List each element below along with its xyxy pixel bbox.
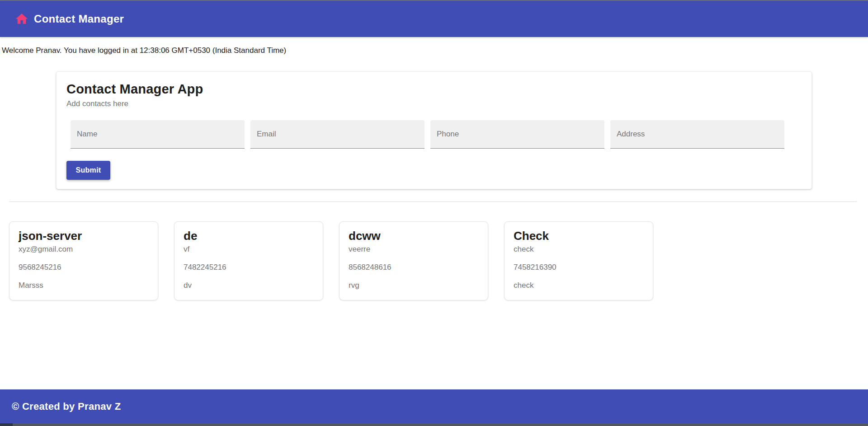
contact-form-card: Contact Manager App Add contacts here Su… [56, 71, 812, 189]
section-divider [9, 201, 857, 202]
contact-address: check [514, 280, 644, 291]
footer-text: © Created by Pranav Z [12, 401, 121, 412]
contact-email: vf [184, 244, 314, 255]
contact-phone: 7458216390 [514, 262, 644, 273]
contact-card: dcww veerre 8568248616 rvg [339, 221, 488, 300]
form-title: Contact Manager App [66, 82, 801, 97]
contact-email: check [514, 244, 644, 255]
contacts-grid: json-server xyz@gmail.com 9568245216 Mar… [9, 221, 868, 300]
contact-card: json-server xyz@gmail.com 9568245216 Mar… [9, 221, 158, 300]
contact-email: xyz@gmail.com [19, 244, 149, 255]
contact-address: rvg [349, 280, 479, 291]
contact-name: de [184, 229, 314, 243]
app-footer: © Created by Pranav Z [0, 389, 868, 423]
home-icon[interactable] [14, 12, 29, 26]
contact-phone: 9568245216 [19, 262, 149, 273]
text-field [610, 120, 784, 149]
text-field [71, 120, 245, 149]
contact-phone: 8568248616 [349, 262, 479, 273]
contact-name: json-server [19, 229, 149, 243]
text-field [430, 120, 604, 149]
contact-name: Check [514, 229, 644, 243]
form-fields-row [71, 120, 801, 149]
text-field [250, 120, 425, 149]
contact-address: Marsss [19, 280, 149, 291]
contact-email: veerre [349, 244, 479, 255]
horizontal-scrollbar[interactable] [0, 423, 868, 426]
contact-form-input[interactable] [71, 120, 245, 148]
app-header: Contact Manager [0, 1, 868, 37]
scrollbar-thumb[interactable] [0, 423, 13, 426]
contact-form-input[interactable] [250, 120, 425, 148]
contact-form-input[interactable] [610, 120, 784, 148]
welcome-message: Welcome Pranav. You have logged in at 12… [2, 46, 868, 55]
contact-form-input[interactable] [430, 120, 604, 148]
contact-address: dv [184, 280, 314, 291]
contact-card: de vf 7482245216 dv [174, 221, 323, 300]
submit-button[interactable]: Submit [66, 161, 110, 180]
contact-phone: 7482245216 [184, 262, 314, 273]
contact-name: dcww [349, 229, 479, 243]
contact-card: Check check 7458216390 check [504, 221, 653, 300]
app-title: Contact Manager [34, 13, 124, 25]
form-subtitle: Add contacts here [66, 99, 801, 108]
